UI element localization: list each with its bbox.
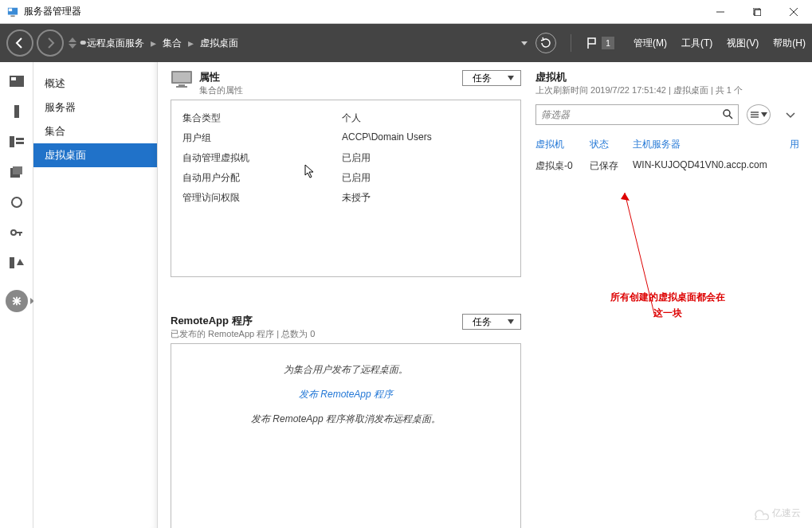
remoteapp-publish-link[interactable]: 发布 RemoteApp 程序 <box>299 389 393 400</box>
rail-settings-button[interactable] <box>6 290 28 312</box>
annotation-text: 所有创建的虚拟桌面都会在 这一块 <box>535 289 799 320</box>
prop-row: 管理访问权限未授予 <box>182 188 509 208</box>
svg-rect-15 <box>16 138 24 140</box>
vm-subtitle: 上次刷新时间 2019/7/22 17:51:42 | 虚拟桌面 | 共 1 个 <box>535 84 743 96</box>
svg-marker-24 <box>17 259 24 265</box>
window-controls <box>702 0 812 24</box>
col-vm[interactable]: 虚拟机 <box>535 138 575 151</box>
leftnav-item-virtual-desktop[interactable]: 虚拟桌面 <box>33 143 157 167</box>
filter-input[interactable] <box>541 109 695 120</box>
remoteapp-header: RemoteApp 程序 已发布的 RemoteApp 程序 | 总数为 0 任… <box>171 314 521 340</box>
svg-rect-5 <box>755 10 761 16</box>
menu-tools[interactable]: 工具(T) <box>681 37 712 50</box>
breadcrumb-part[interactable]: 远程桌面服务 <box>87 37 144 50</box>
svg-point-20 <box>11 230 16 235</box>
svg-rect-14 <box>10 136 14 147</box>
remoteapp-tasks-button[interactable]: 任务 <box>462 314 521 330</box>
close-button[interactable] <box>775 0 812 24</box>
svg-rect-31 <box>178 84 185 86</box>
vm-header: 虚拟机 上次刷新时间 2019/7/22 17:51:42 | 虚拟桌面 | 共… <box>535 70 799 96</box>
minimize-button[interactable] <box>702 0 739 24</box>
app-title: 服务器管理器 <box>24 5 81 18</box>
rail-server-icon[interactable] <box>9 105 25 118</box>
tasks-label: 任务 <box>473 72 492 85</box>
left-nav: 概述 服务器 集合 虚拟桌面 <box>33 62 158 528</box>
prop-row: 用户组ACCP\Domain Users <box>182 128 509 148</box>
app-icon <box>6 6 19 18</box>
nav-back-button[interactable] <box>6 29 33 57</box>
monitor-icon <box>171 70 193 92</box>
prop-row: 自动管理虚拟机已启用 <box>182 148 509 168</box>
chevron-right-icon: ▸ <box>151 37 156 49</box>
svg-point-19 <box>12 198 22 207</box>
menu-help[interactable]: 帮助(H) <box>773 37 806 50</box>
filter-box[interactable] <box>535 104 739 125</box>
separator <box>571 34 571 52</box>
nav-forward-button[interactable] <box>37 29 64 57</box>
maximize-button[interactable] <box>739 0 775 24</box>
icon-rail <box>0 62 33 528</box>
titlebar: 服务器管理器 <box>0 0 812 24</box>
svg-rect-32 <box>176 86 187 88</box>
menu-view[interactable]: 视图(V) <box>727 37 759 50</box>
breadcrumb-pre-icon: •• <box>80 35 84 52</box>
watermark: 亿速云 <box>751 506 801 520</box>
rail-circle-icon[interactable] <box>9 196 25 209</box>
col-state[interactable]: 状态 <box>590 138 618 151</box>
breadcrumb-part[interactable]: 集合 <box>163 37 182 50</box>
svg-line-34 <box>729 115 732 119</box>
leftnav-item-servers[interactable]: 服务器 <box>33 96 157 119</box>
rail-dashboard-icon[interactable] <box>9 75 25 88</box>
chevron-right-icon: ▸ <box>188 37 194 49</box>
remoteapp-title: RemoteApp 程序 <box>171 314 315 328</box>
refresh-icon[interactable] <box>535 33 556 53</box>
remoteapp-subtitle: 已发布的 RemoteApp 程序 | 总数为 0 <box>171 328 315 340</box>
remoteapp-info-1: 为集合用户发布了远程桌面。 <box>182 363 509 377</box>
rail-all-servers-icon[interactable] <box>9 135 25 148</box>
properties-title: 属性 <box>199 70 243 84</box>
svg-rect-18 <box>13 166 22 174</box>
leftnav-item-overview[interactable]: 概述 <box>33 72 157 96</box>
rail-files-icon[interactable] <box>9 166 25 178</box>
search-icon[interactable] <box>722 108 733 122</box>
leftnav-item-collections[interactable]: 集合 <box>33 119 157 143</box>
rail-remote-icon[interactable] <box>9 256 25 269</box>
notification-count: 1 <box>602 37 614 49</box>
nav-updown-icon[interactable] <box>69 37 76 49</box>
svg-rect-2 <box>10 15 14 17</box>
svg-rect-13 <box>14 105 19 118</box>
cell-host: WIN-KUJOQD41VN0.accp.com <box>633 159 799 173</box>
breadcrumb-part[interactable]: 虚拟桌面 <box>200 37 238 50</box>
svg-rect-1 <box>9 8 12 11</box>
header-bar: •• 远程桌面服务 ▸ 集合 ▸ 虚拟桌面 1 管理(M) 工具(T) 视图(V… <box>0 24 812 62</box>
chevron-down-icon <box>761 112 767 117</box>
prop-row: 自动用户分配已启用 <box>182 168 509 188</box>
table-row[interactable]: 虚拟桌-0 已保存 WIN-KUJOQD41VN0.accp.com <box>535 159 799 173</box>
svg-marker-10 <box>69 44 76 49</box>
rail-key-icon[interactable] <box>9 226 25 239</box>
properties-tasks-button[interactable]: 任务 <box>462 70 521 86</box>
properties-header: 属性 集合的属性 任务 <box>171 70 521 96</box>
svg-rect-30 <box>173 72 190 82</box>
notifications-button[interactable]: 1 <box>586 37 614 49</box>
svg-marker-9 <box>69 37 76 42</box>
columns-button[interactable] <box>747 104 771 125</box>
menu-manage[interactable]: 管理(M) <box>634 37 667 50</box>
cell-state: 已保存 <box>590 159 618 173</box>
cell-vm: 虚拟桌-0 <box>535 159 575 173</box>
prop-row: 集合类型个人 <box>182 108 509 128</box>
col-user[interactable]: 用 <box>790 138 799 151</box>
vm-table-header: 虚拟机 状态 主机服务器 用 <box>535 135 799 154</box>
svg-rect-23 <box>10 257 14 268</box>
chevron-down-icon <box>508 76 514 80</box>
col-host[interactable]: 主机服务器 <box>633 138 775 151</box>
tasks-label: 任务 <box>473 315 492 329</box>
chevron-down-icon <box>508 319 514 324</box>
dropdown-icon[interactable] <box>521 41 528 45</box>
svg-marker-39 <box>621 193 630 201</box>
expand-button[interactable] <box>782 106 799 123</box>
breadcrumb: 远程桌面服务 ▸ 集合 ▸ 虚拟桌面 <box>87 37 238 50</box>
remoteapp-panel: 为集合用户发布了远程桌面。 发布 RemoteApp 程序 发布 RemoteA… <box>171 343 521 528</box>
svg-rect-16 <box>16 142 24 144</box>
vm-title: 虚拟机 <box>535 70 743 84</box>
